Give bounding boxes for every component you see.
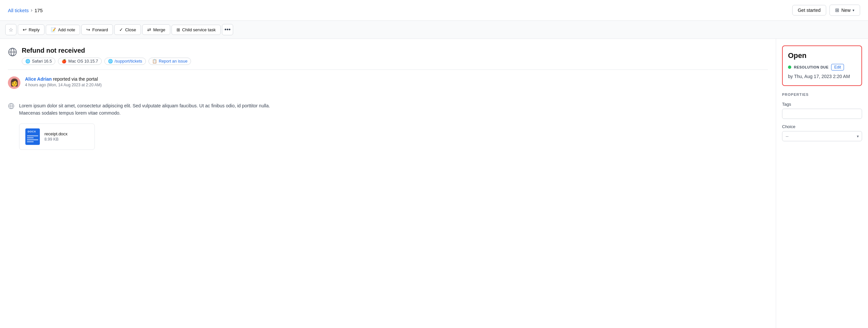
merge-button[interactable]: ⇄ Merge (142, 24, 170, 35)
message-author-line: Alice Adrian reported via the portal (25, 77, 102, 82)
tags-input[interactable] (782, 109, 862, 119)
new-button-label: New (841, 7, 850, 13)
status-title: Open (788, 51, 856, 60)
os-text: Mac OS 10.15.7 (68, 59, 98, 64)
status-card: Open RESOLUTION DUE Edit by Thu, Aug 17,… (782, 46, 862, 86)
child-service-task-button[interactable]: ⊞ Child service task (172, 25, 221, 35)
ticket-title: Refund not received (22, 47, 191, 54)
scroll-separator (8, 69, 768, 70)
new-button[interactable]: ⊞ New ▾ (830, 5, 860, 16)
docx-label: DOCX (27, 130, 36, 133)
top-actions: Get started ⊞ New ▾ (792, 5, 860, 16)
os-icon: 🍎 (62, 59, 66, 64)
more-icon: ••• (224, 26, 231, 33)
meta-browser: 🌐 Safari 16.5 (22, 58, 55, 65)
more-button[interactable]: ••• (222, 24, 233, 35)
new-plus-icon: ⊞ (835, 7, 839, 13)
globe-icon (8, 48, 17, 57)
resolution-date: by Thu, Aug 17, 2023 2:20 AM (788, 73, 856, 80)
choice-label: Choice (782, 124, 862, 129)
breadcrumb: All tickets › 175 (8, 7, 43, 13)
main-layout: Refund not received 🌐 Safari 16.5 🍎 Mac … (0, 39, 868, 328)
avatar: 👩 (8, 77, 21, 89)
breadcrumb-all-tickets[interactable]: All tickets (8, 7, 29, 13)
avatar-image: 👩 (10, 79, 19, 87)
properties-title: PROPERTIES (782, 93, 862, 96)
choice-select[interactable]: -- Option 1 Option 2 (782, 131, 862, 141)
child-service-task-icon: ⊞ (177, 27, 180, 32)
edit-resolution-button[interactable]: Edit (831, 64, 844, 70)
star-button[interactable]: ☆ (5, 24, 17, 35)
message-block: 👩 Alice Adrian reported via the portal 4… (8, 77, 768, 95)
resolution-label: RESOLUTION DUE (794, 65, 829, 69)
reply-icon: ↩ (23, 27, 27, 32)
attachment-file-icon: DOCX (25, 128, 40, 145)
close-button[interactable]: ✓ Close (114, 24, 141, 35)
breadcrumb-separator: › (31, 7, 32, 13)
forward-icon: ↪ (86, 27, 90, 32)
add-note-label: Add note (58, 27, 75, 32)
forward-label: Forward (92, 27, 108, 32)
toolbar: ☆ ↩ Reply 📝 Add note ↪ Forward ✓ Close ⇄… (0, 21, 868, 39)
attachment-size: 8.99 KB (44, 137, 67, 142)
content-area: Refund not received 🌐 Safari 16.5 🍎 Mac … (0, 39, 776, 328)
ticket-meta: 🌐 Safari 16.5 🍎 Mac OS 10.15.7 🌐 /suppor… (22, 58, 191, 65)
globe-small-icon (8, 103, 14, 109)
ticket-header: Refund not received 🌐 Safari 16.5 🍎 Mac … (8, 47, 768, 65)
meta-os: 🍎 Mac OS 10.15.7 (58, 58, 101, 65)
choice-select-wrapper: -- Option 1 Option 2 ▾ (782, 131, 862, 141)
browser-text: Safari 16.5 (32, 59, 52, 64)
docx-line-4 (27, 141, 34, 142)
close-label: Close (125, 27, 136, 32)
breadcrumb-ticket-id: 175 (35, 7, 43, 13)
message-body: Lorem ipsum dolor sit amet, consectetur … (19, 102, 282, 117)
docx-line-1 (27, 136, 38, 136)
docx-lines (27, 136, 38, 142)
forward-button[interactable]: ↪ Forward (81, 24, 113, 35)
globe-message-row: Lorem ipsum dolor sit amet, consectetur … (8, 102, 768, 117)
attachment-name: receipt.docx (44, 131, 67, 136)
docx-line-2 (27, 137, 34, 138)
properties-section: PROPERTIES Tags Choice -- Option 1 Optio… (782, 93, 862, 141)
resolution-green-dot (788, 65, 791, 69)
merge-icon: ⇄ (147, 27, 151, 32)
new-chevron-icon: ▾ (852, 8, 855, 12)
docx-line-3 (27, 139, 38, 140)
get-started-button[interactable]: Get started (792, 5, 826, 16)
message-timestamp: 4 hours ago (Mon, 14 Aug 2023 at 2:20 AM… (25, 83, 102, 87)
report-text: Report an issue (159, 59, 188, 64)
message-content: Alice Adrian reported via the portal 4 h… (25, 77, 102, 87)
sidebar: Open RESOLUTION DUE Edit by Thu, Aug 17,… (776, 39, 868, 328)
attachment-block: DOCX receipt.docx 8.99 KB (19, 123, 768, 150)
author-action-text: reported via the portal (53, 77, 98, 82)
star-icon: ☆ (8, 27, 13, 33)
url-text: /support/tickets (115, 59, 142, 64)
tags-label: Tags (782, 102, 862, 107)
ticket-info: Refund not received 🌐 Safari 16.5 🍎 Mac … (22, 47, 191, 65)
close-icon: ✓ (119, 27, 123, 32)
url-icon: 🌐 (108, 59, 113, 64)
author-name[interactable]: Alice Adrian (25, 77, 52, 82)
meta-url[interactable]: 🌐 /support/tickets (104, 58, 146, 65)
reply-label: Reply (29, 27, 39, 32)
meta-report[interactable]: 📋 Report an issue (149, 58, 191, 65)
top-bar: All tickets › 175 Get started ⊞ New ▾ (0, 0, 868, 21)
attachment-card[interactable]: DOCX receipt.docx 8.99 KB (19, 123, 95, 150)
merge-label: Merge (153, 27, 165, 32)
add-note-button[interactable]: 📝 Add note (46, 25, 80, 35)
child-service-task-label: Child service task (182, 27, 216, 32)
browser-icon: 🌐 (25, 59, 30, 64)
report-icon: 📋 (152, 59, 157, 64)
reply-button[interactable]: ↩ Reply (18, 24, 44, 35)
resolution-row: RESOLUTION DUE Edit (788, 64, 856, 70)
add-note-icon: 📝 (51, 27, 56, 32)
attachment-info: receipt.docx 8.99 KB (44, 131, 67, 142)
